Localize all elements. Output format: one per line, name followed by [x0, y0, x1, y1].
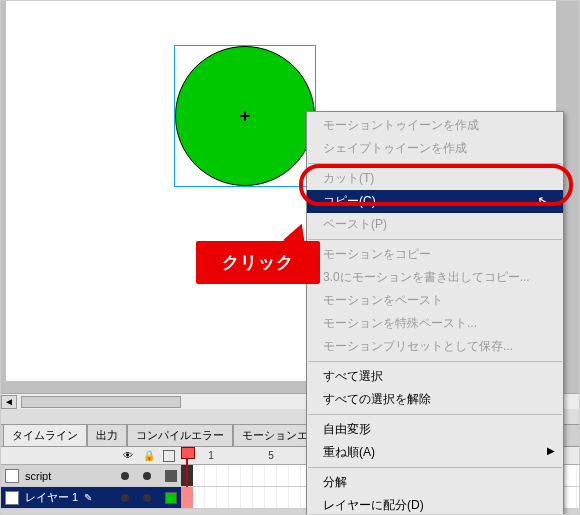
- callout-label: クリック: [196, 241, 320, 284]
- menu-separator: [308, 414, 562, 415]
- visibility-dot[interactable]: [121, 494, 129, 502]
- lock-column-icon[interactable]: 🔒: [143, 450, 155, 462]
- menu-item[interactable]: 重ね順(A)▶: [307, 441, 563, 464]
- menu-separator: [308, 467, 562, 468]
- tab-compile-errors[interactable]: コンパイルエラー: [127, 424, 233, 446]
- layer-color-swatch[interactable]: [165, 470, 177, 482]
- menu-item[interactable]: すべて選択: [307, 365, 563, 388]
- menu-item: ペースト(P): [307, 213, 563, 236]
- menu-item: 3.0にモーションを書き出してコピー...: [307, 266, 563, 289]
- registration-point-icon: [240, 111, 250, 121]
- submenu-arrow-icon: ▶: [547, 445, 555, 456]
- edit-icon: ✎: [84, 492, 92, 503]
- layer-color-swatch[interactable]: [165, 492, 177, 504]
- menu-item[interactable]: すべての選択を解除: [307, 388, 563, 411]
- annotation-callout: クリック: [196, 241, 320, 284]
- menu-item: モーションをペースト: [307, 289, 563, 312]
- layer-columns-header: 👁 🔒: [1, 447, 181, 464]
- app-frame: モーショントゥイーンを作成シェイプトゥイーンを作成カット(T)コピー(C)↖ペー…: [0, 0, 580, 515]
- outline-column-icon[interactable]: [163, 450, 175, 462]
- tab-output[interactable]: 出力: [87, 424, 127, 446]
- menu-item[interactable]: 自由変形: [307, 418, 563, 441]
- context-menu: モーショントゥイーンを作成シェイプトゥイーンを作成カット(T)コピー(C)↖ペー…: [306, 111, 564, 515]
- menu-item[interactable]: レイヤーに配分(D): [307, 494, 563, 515]
- layer-name-cell[interactable]: レイヤー 1✎: [1, 490, 181, 505]
- scroll-left-button[interactable]: ◄: [1, 395, 17, 409]
- menu-item: シェイプトゥイーンを作成: [307, 137, 563, 160]
- cursor-icon: ↖: [536, 192, 551, 209]
- menu-separator: [308, 163, 562, 164]
- visibility-dot[interactable]: [121, 472, 129, 480]
- tab-timeline[interactable]: タイムライン: [3, 424, 87, 446]
- layer-type-icon: [5, 491, 19, 505]
- menu-item[interactable]: 分解: [307, 471, 563, 494]
- menu-separator: [308, 239, 562, 240]
- visibility-column-icon[interactable]: 👁: [123, 450, 135, 462]
- scroll-thumb[interactable]: [21, 396, 181, 408]
- menu-item: モーショントゥイーンを作成: [307, 114, 563, 137]
- menu-item: モーションをコピー: [307, 243, 563, 266]
- menu-item: カット(T): [307, 167, 563, 190]
- menu-item: モーションプリセットとして保存...: [307, 335, 563, 358]
- lock-dot[interactable]: [143, 472, 151, 480]
- frame-number[interactable]: 5: [241, 450, 301, 461]
- lock-dot[interactable]: [143, 494, 151, 502]
- keyframe[interactable]: [181, 487, 193, 508]
- layer-name-label: レイヤー 1: [25, 490, 78, 505]
- menu-separator: [308, 361, 562, 362]
- menu-item: モーションを特殊ペースト...: [307, 312, 563, 335]
- menu-item[interactable]: コピー(C)↖: [307, 190, 563, 213]
- layer-name-label: script: [25, 470, 51, 482]
- layer-name-cell[interactable]: script: [1, 469, 181, 483]
- layer-type-icon: [5, 469, 19, 483]
- selected-object-bounds[interactable]: [174, 45, 316, 187]
